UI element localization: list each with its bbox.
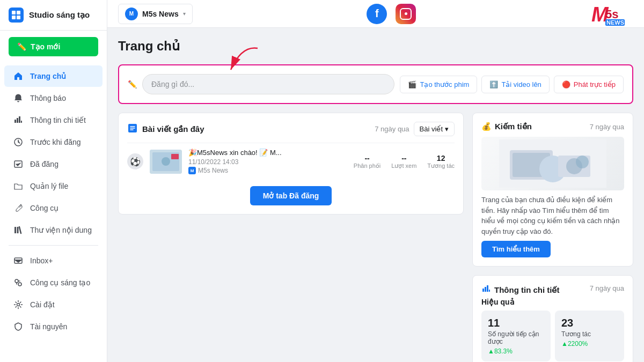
settings-icon [13,299,24,310]
post-info: 🎉M5sNews xin chào! 📝 M... 11/10/2022 14:… [188,149,347,174]
svg-point-10 [18,283,21,286]
nav-label-file-manager: Quản lý file [30,182,68,190]
stat-distributed-value: -- [354,154,380,162]
home-icon [13,71,24,82]
nav-label-before-post: Trước khi đăng [30,138,81,146]
sidebar-item-notifications[interactable]: Thông báo [4,87,103,109]
nav-label-notifications: Thông báo [30,94,66,102]
go-live-label: Phát trực tiếp [574,80,616,88]
page-name: M5s News [142,10,179,18]
stat-box-reach: 11 Số người tiếp cận được ▲83.3% [481,311,551,361]
upload-video-button[interactable]: ⬆️ Tải video lên [481,76,549,93]
insights-icon [481,284,491,295]
stat-distributed-label: Phân phối [354,162,380,169]
insights-header: Thông tin chi tiết 7 ngày qua [481,284,624,295]
main-column: Bài viết gần đây 7 ngày qua Bài viết ▾ [118,113,464,362]
stat-reach-value: 11 [488,317,544,329]
topbar-social-icons: f [367,4,416,24]
post-input-row: ✏️ Đăng gì đó... 🎬 Tạo thước phim ⬆️ [128,74,624,94]
create-icon: ✏️ [17,42,26,51]
post-area-wrapper: ✏️ Đăng gì đó... 🎬 Tạo thước phim ⬆️ [118,64,633,104]
inbox-icon [13,255,24,266]
post-input[interactable]: Đăng gì đó... [142,74,394,94]
sidebar-item-resources[interactable]: Tài nguyên [4,316,103,337]
sidebar-item-posted[interactable]: Đã đăng [4,153,103,175]
stat-reach-change: ▲83.3% [488,348,544,355]
stat-box-interactions: 23 Tương tác ▲2200% [555,311,624,361]
sidebar-item-tools[interactable]: Công cụ [4,197,103,219]
stat-interactions-box-label: Tương tác [561,330,618,338]
create-reel-button[interactable]: 🎬 Tạo thước phim [400,76,477,93]
insights-title: Thông tin chi tiết [481,284,559,295]
posted-icon [13,159,24,169]
post-edit-icon: ✏️ [128,80,137,88]
open-posted-tab-label: Mở tab Đã đăng [263,191,319,200]
brand-svg: M 5s NEWS [590,2,633,26]
nav-label-creative-tools: Công cụ sáng tạo [30,278,90,287]
nav-label-settings: Cài đặt [30,300,55,309]
sidebar-item-file-manager[interactable]: Quản lý file [4,175,103,197]
stat-views-value: -- [391,154,416,162]
topbar-left: M M5s News ▾ [118,4,193,24]
sidebar-item-settings[interactable]: Cài đặt [4,294,103,315]
post-list-item: ⚽ [127,143,455,180]
sidebar-header: Studio sáng tạo [0,0,107,31]
svg-point-28 [576,156,589,168]
stat-interactions: 12 Tương tác [427,154,455,169]
svg-rect-21 [171,154,179,159]
open-posted-tab-button[interactable]: Mở tab Đã đăng [250,186,332,205]
learn-more-label: Tìm hiểu thêm [492,245,540,253]
facebook-icon[interactable]: f [367,4,387,24]
create-reel-label: Tạo thước phim [420,80,469,88]
svg-rect-7 [17,227,19,233]
sidebar-item-insights[interactable]: Thông tin chi tiết [4,109,103,131]
insights-title-text: Thông tin chi tiết [494,285,559,295]
instagram-icon[interactable] [396,4,416,24]
svg-rect-0 [12,11,16,14]
svg-rect-3 [17,16,20,19]
sidebar-item-library[interactable]: Thư viện nội dung [4,219,103,241]
svg-rect-1 [17,11,20,14]
tools-icon [13,203,24,213]
page-body: Trang chủ ✏️ Đăng gì đó. [107,28,644,362]
recent-posts-icon [127,123,138,135]
sidebar-item-creative-tools[interactable]: Công cụ sáng tạo [4,272,103,293]
recent-posts-date: 7 ngày qua [375,125,409,133]
two-column-layout: Bài viết gần đây 7 ngày qua Bài viết ▾ [118,113,633,362]
stat-views: -- Lượt xem [391,154,416,169]
create-new-button[interactable]: ✏️ Tạo mới [9,37,98,56]
recent-posts-filter[interactable]: Bài viết ▾ [414,122,455,136]
sidebar-item-inbox[interactable]: Inbox+ [4,250,103,271]
page-selector[interactable]: M M5s News ▾ [118,4,193,24]
recent-posts-title-text: Bài viết gần đây [142,124,204,134]
monetize-title-text: Kiếm tiền [495,122,532,131]
page-avatar: M [125,8,138,20]
stat-reach-label: Số người tiếp cận được [488,330,544,345]
svg-point-9 [15,279,18,283]
learn-more-button[interactable]: Tìm hiểu thêm [481,241,551,257]
side-column: 💰 Kiếm tiền 7 ngày qua [472,113,633,362]
post-author-avatar: ⚽ [127,153,143,169]
post-thumb-image [150,150,182,174]
svg-point-20 [162,157,170,166]
nav-label-library: Thư viện nội dung [30,226,92,234]
monetize-card: 💰 Kiếm tiền 7 ngày qua [472,113,633,267]
library-icon [13,225,24,235]
upload-icon: ⬆️ [489,80,498,88]
monetize-title: 💰 Kiếm tiền [481,122,532,131]
sidebar-item-home[interactable]: Trang chủ [4,65,103,87]
nav-label-posted: Đã đăng [30,160,58,168]
stat-interactions-label: Tương tác [427,162,455,169]
clock-icon [13,137,24,147]
insights-icon [13,115,24,125]
resources-icon [13,321,24,332]
post-page-icon: M [188,167,196,174]
sidebar-item-before-post[interactable]: Trước khi đăng [4,131,103,153]
page-selector-chevron: ▾ [183,11,186,17]
svg-text:NEWS: NEWS [606,19,624,26]
go-live-button[interactable]: 🔴 Phát trực tiếp [554,76,624,93]
post-title: 🎉M5sNews xin chào! 📝 M... [188,149,339,157]
post-avatar-wrapper: ⚽ [127,153,143,169]
bell-icon [13,93,24,104]
post-area: ✏️ Đăng gì đó... 🎬 Tạo thước phim ⬆️ [118,64,633,104]
